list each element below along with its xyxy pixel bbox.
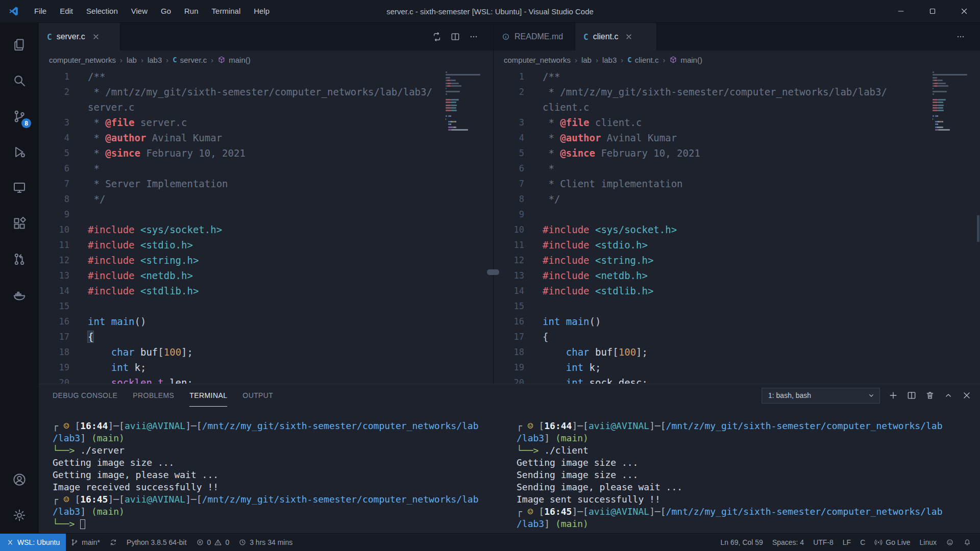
menu-go[interactable]: Go — [154, 0, 178, 22]
line-number: 12 — [494, 253, 524, 268]
feedback-icon — [946, 538, 954, 546]
code-line: 16int main() — [39, 314, 493, 329]
activity-github-pull-requests[interactable] — [0, 241, 39, 277]
activity-accounts[interactable] — [0, 462, 39, 497]
code-line: 17{ — [494, 329, 980, 344]
status-sync-changes[interactable] — [105, 534, 122, 551]
status-notifications[interactable] — [959, 534, 976, 551]
panel-actions — [888, 390, 972, 400]
close-icon[interactable] — [92, 33, 100, 41]
line-number — [494, 99, 524, 115]
kill-terminal-button[interactable] — [925, 390, 935, 400]
line-number: 4 — [39, 130, 69, 145]
tab-client.c[interactable]: Cclient.c — [575, 23, 657, 51]
breadcrumb-item-client.c[interactable]: Cclient.c — [627, 56, 658, 64]
code-line: 20 int sock_desc; — [494, 375, 980, 384]
breadcrumb-item-lab[interactable]: lab — [127, 56, 137, 64]
bell-icon — [963, 538, 971, 546]
status-indentation[interactable]: Spaces: 4 — [768, 534, 808, 551]
code-line: 10#include <sys/socket.h> — [494, 222, 980, 237]
close-panel-button[interactable] — [962, 390, 972, 400]
activity-remote-explorer[interactable] — [0, 170, 39, 206]
status-git-branch[interactable]: main* — [66, 534, 105, 551]
activity-docker[interactable] — [0, 277, 39, 313]
status-language-mode[interactable]: C — [855, 534, 870, 551]
sash-handle[interactable] — [487, 269, 499, 275]
close-icon[interactable] — [625, 33, 633, 41]
status-go-live[interactable]: Go Live — [870, 534, 915, 551]
menu-selection[interactable]: Selection — [80, 0, 125, 22]
status-encoding[interactable]: UTF-8 — [808, 534, 838, 551]
more-actions-button[interactable] — [469, 32, 479, 42]
status-remote-indicator[interactable]: WSL: Ubuntu — [0, 534, 66, 551]
minimize-button[interactable] — [885, 0, 917, 22]
status-os[interactable]: Linux — [915, 534, 941, 551]
more-actions-button[interactable] — [955, 32, 966, 42]
breadcrumb-item-server.c[interactable]: Cserver.c — [173, 56, 207, 64]
breadcrumb[interactable]: computer_networks›lab›lab3›Cserver.c›mai… — [39, 51, 493, 69]
new-terminal-button[interactable] — [888, 390, 898, 400]
terminal-pane-right[interactable]: ┌ ☺ [16:44]─[avii@AVINAL]─[/mnt/z/my_git… — [498, 407, 980, 533]
maximize-icon — [928, 7, 937, 16]
code-editor-server[interactable]: 1/**2 * /mnt/z/my_git/sixth-semester/com… — [39, 69, 493, 384]
activity-settings[interactable] — [0, 497, 39, 533]
editor-actions — [432, 23, 493, 51]
status-python-version[interactable]: Python 3.8.5 64-bit — [122, 534, 191, 551]
status-cursor-position[interactable]: Ln 69, Col 59 — [716, 534, 768, 551]
panel-tab-debug-console[interactable]: DEBUG CONSOLE — [53, 384, 117, 407]
status-time-tracker[interactable]: 3 hrs 34 mins — [234, 534, 297, 551]
activity-run-and-debug[interactable] — [0, 134, 39, 170]
panel-tab-problems[interactable]: PROBLEMS — [133, 384, 174, 407]
breadcrumb-item-computer-networks[interactable]: computer_networks — [504, 56, 571, 64]
code-line: 5 * @since February 10, 2021 — [494, 145, 980, 161]
close-window-button[interactable] — [948, 0, 980, 22]
terminal-line: /lab3] (main) — [517, 518, 980, 530]
breadcrumb-item-main-[interactable]: main() — [669, 56, 702, 64]
breadcrumb-separator: › — [663, 56, 665, 64]
menu-run[interactable]: Run — [178, 0, 205, 22]
maximize-panel-button[interactable] — [943, 390, 953, 400]
code-line: 7 * Client implementation — [494, 176, 980, 191]
terminal-line: ┌ ☺ [16:44]─[avii@AVINAL]─[/mnt/z/my_git… — [53, 420, 498, 432]
panel-tab-output[interactable]: OUTPUT — [242, 384, 273, 407]
code-line: 16int main() — [494, 314, 980, 329]
activity-search[interactable] — [0, 63, 39, 98]
tab-server.c[interactable]: Cserver.c — [39, 23, 120, 51]
menu-edit[interactable]: Edit — [53, 0, 80, 22]
code-line: 4 * @author Avinal Kumar — [494, 130, 980, 145]
menu-help[interactable]: Help — [247, 0, 276, 22]
open-changes-button[interactable] — [432, 32, 442, 42]
activity-source-control[interactable]: 8 — [0, 98, 39, 134]
breadcrumb-item-lab3[interactable]: lab3 — [602, 56, 617, 64]
maximize-button[interactable] — [917, 0, 948, 22]
activity-explorer[interactable] — [0, 27, 39, 63]
status-eol[interactable]: LF — [838, 534, 855, 551]
breadcrumb[interactable]: computer_networks›lab›lab3›Cclient.c›mai… — [494, 51, 980, 69]
code-line: 2 * /mnt/z/my_git/sixth-semester/compute… — [494, 84, 980, 99]
scrollbar-thumb[interactable] — [977, 215, 979, 242]
menu-terminal[interactable]: Terminal — [205, 0, 248, 22]
tabs: Cserver.c — [39, 23, 120, 51]
status-feedback[interactable] — [941, 534, 959, 551]
panel-tab-terminal[interactable]: TERMINAL — [189, 384, 227, 407]
tab-readme.md[interactable]: README.md — [494, 23, 575, 51]
terminal-selector[interactable]: 1: bash, bash — [762, 388, 880, 404]
menu-file[interactable]: File — [28, 0, 53, 22]
terminal-line: └──> — [53, 518, 498, 530]
breadcrumb-item-computer-networks[interactable]: computer_networks — [49, 56, 116, 64]
menu-view[interactable]: View — [125, 0, 154, 22]
terminal-pane-left[interactable]: ┌ ☺ [16:44]─[avii@AVINAL]─[/mnt/z/my_git… — [39, 407, 498, 533]
line-number: 15 — [494, 298, 524, 314]
breadcrumb-item-main-[interactable]: main() — [217, 56, 251, 64]
status-problems[interactable]: 00 — [191, 534, 234, 551]
minimap[interactable] — [446, 71, 485, 132]
breadcrumb-item-lab3[interactable]: lab3 — [148, 56, 162, 64]
breadcrumb-item-lab[interactable]: lab — [581, 56, 592, 64]
editor-group-right: README.md Cclient.c computer_networks›la… — [494, 23, 980, 384]
split-terminal-button[interactable] — [906, 390, 917, 400]
minimap[interactable] — [933, 71, 972, 132]
code-editor-client[interactable]: 1/**2 * /mnt/z/my_git/sixth-semester/com… — [494, 69, 980, 384]
split-editor-button[interactable] — [450, 32, 460, 42]
line-number: 6 — [39, 161, 69, 176]
activity-extensions[interactable] — [0, 206, 39, 241]
